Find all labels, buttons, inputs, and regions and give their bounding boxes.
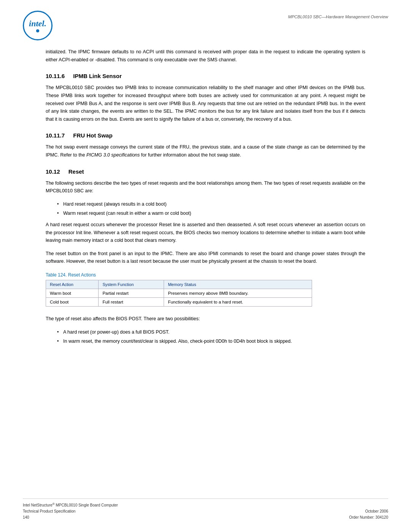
document-title: MPCBL0010 SBC—Hardware Management Overvi…	[288, 11, 388, 19]
col-header-system-function: System Function	[99, 280, 164, 289]
section-10-12-body4: The type of reset also affects the BIOS …	[46, 315, 365, 323]
section-10-11-6-title: IPMB Link Sensor	[73, 73, 122, 79]
table-row: Cold boot Full restart Functionally equi…	[46, 298, 312, 307]
logo-dot	[36, 29, 39, 32]
logo-area: intel.	[23, 11, 57, 40]
section-10-12-title: Reset	[68, 168, 84, 175]
section-10-11-7-heading: 10.11.7 FRU Hot Swap	[46, 132, 365, 139]
logo-text: intel.	[29, 19, 46, 29]
table-cell-memory-status-2: Functionally equivalent to a hard reset.	[164, 298, 312, 307]
bullet-hard-reset: Hard reset request (always results in a …	[57, 200, 365, 208]
table-caption: Table 124. Reset Actions	[46, 272, 365, 278]
section-10-11-7-number: 10.11.7	[46, 132, 65, 139]
section-10-11-7-body: The hot swap event message conveys the c…	[46, 143, 365, 159]
section-10-11-6-body: The MPCBL0010 SBC provides two IPMB link…	[46, 84, 365, 123]
section-10-12-number: 10.12	[46, 168, 60, 175]
bullet-hard-reset-bios: A hard reset (or power-up) does a full B…	[57, 328, 365, 336]
reset-bullets-1: Hard reset request (always results in a …	[57, 200, 365, 217]
section-10-12-heading: 10.12 Reset	[46, 168, 365, 175]
table-cell-reset-action-2: Cold boot	[46, 298, 99, 307]
main-content: initialized. The IPMC firmware defaults …	[0, 44, 411, 356]
section-10-12-body3: The reset button on the front panel is a…	[46, 250, 365, 265]
table-cell-reset-action-1: Warm boot	[46, 289, 99, 298]
page: intel. MPCBL0010 SBC—Hardware Management…	[0, 0, 411, 532]
intel-logo: intel.	[23, 11, 53, 40]
table-cell-memory-status-1: Preserves memory above 8MB boundary.	[164, 289, 312, 298]
footer-doc-type: Technical Product Specification	[23, 508, 118, 514]
footer-date: October 2006	[349, 508, 388, 514]
section-10-12-body2: A hard reset request occurs whenever the…	[46, 221, 365, 244]
section-10-11-6-number: 10.11.6	[46, 73, 65, 79]
reset-bullets-2: A hard reset (or power-up) does a full B…	[57, 328, 365, 345]
table-row: Warm boot Partial restart Preserves memo…	[46, 289, 312, 298]
section-10-11-6-heading: 10.11.6 IPMB Link Sensor	[46, 73, 365, 79]
col-header-reset-action: Reset Action	[46, 280, 99, 289]
footer-page-number: 140	[23, 514, 118, 521]
table-cell-system-function-2: Full restart	[99, 298, 164, 307]
col-header-memory-status: Memory Status	[164, 280, 312, 289]
footer-order-number: Order Number: 304120	[349, 514, 388, 521]
page-footer: Intel NetStructure® MPCBL0010 Single Boa…	[23, 498, 388, 521]
table-cell-system-function-1: Partial restart	[99, 289, 164, 298]
intro-paragraph: initialized. The IPMC firmware defaults …	[46, 48, 365, 64]
reset-actions-table: Reset Action System Function Memory Stat…	[46, 280, 312, 307]
table-header-row: Reset Action System Function Memory Stat…	[46, 280, 312, 289]
footer-left: Intel NetStructure® MPCBL0010 Single Boa…	[23, 502, 118, 521]
bullet-warm-reset: Warm reset request (can result in either…	[57, 209, 365, 217]
bullet-warm-reset-bios: In warm reset, the memory count/test/cle…	[57, 337, 365, 345]
page-header: intel. MPCBL0010 SBC—Hardware Management…	[0, 0, 411, 44]
section-10-12-body1: The following sections describe the two …	[46, 179, 365, 195]
section-10-11-7-title: FRU Hot Swap	[73, 132, 112, 139]
footer-right: October 2006 Order Number: 304120	[349, 508, 388, 521]
footer-product-name: Intel NetStructure® MPCBL0010 Single Boa…	[23, 502, 118, 508]
